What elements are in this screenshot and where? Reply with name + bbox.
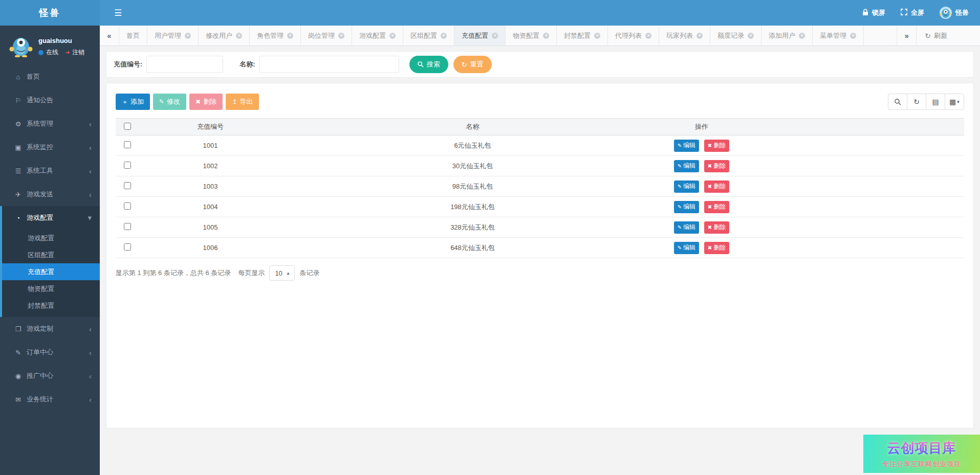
- header-operations: 操作: [663, 119, 740, 135]
- tab[interactable]: 首页: [119, 26, 147, 46]
- tab[interactable]: 封禁配置 ✕: [557, 26, 608, 46]
- row-edit-button[interactable]: ✎ 编辑: [674, 242, 699, 254]
- row-delete-button[interactable]: ✖ 删除: [704, 201, 729, 213]
- charge-id-input[interactable]: [146, 56, 223, 73]
- row-checkbox[interactable]: [124, 223, 131, 230]
- select-all-checkbox[interactable]: [124, 123, 131, 130]
- page-size-dropdown[interactable]: 10 ▴: [269, 265, 295, 281]
- tab-close-icon[interactable]: ✕: [389, 33, 396, 39]
- table-pagination-toggle-button[interactable]: ▤: [926, 94, 945, 110]
- fullscreen-icon: [901, 9, 907, 17]
- tab-close-icon[interactable]: ✕: [850, 33, 856, 39]
- table-refresh-button[interactable]: ↻: [907, 94, 926, 110]
- row-edit-button[interactable]: ✎ 编辑: [674, 160, 699, 172]
- chevron-down-icon: ▾: [88, 213, 92, 222]
- tab[interactable]: 用户管理 ✕: [147, 26, 199, 46]
- tab-close-icon[interactable]: ✕: [492, 33, 498, 39]
- reset-button[interactable]: ↻ 重置: [453, 56, 492, 73]
- sidebar-subitem-zone-config[interactable]: 区组配置: [2, 246, 100, 263]
- sidebar-item-system-monitor[interactable]: ▣ 系统监控 ‹: [0, 135, 100, 159]
- tab[interactable]: 玩家列表 ✕: [659, 26, 710, 46]
- tab[interactable]: 添加用户 ✕: [761, 26, 813, 46]
- search-button[interactable]: 搜索: [409, 56, 448, 73]
- fullscreen-button[interactable]: 全屏: [901, 8, 924, 17]
- cell-name: 6元仙玉礼包: [282, 135, 663, 156]
- tab[interactable]: 额度记录 ✕: [710, 26, 761, 46]
- tab[interactable]: 物资配置 ✕: [506, 26, 557, 46]
- row-delete-button[interactable]: ✖ 删除: [704, 140, 729, 152]
- tab-close-icon[interactable]: ✕: [338, 33, 344, 39]
- tab-close-icon[interactable]: ✕: [799, 33, 805, 39]
- row-checkbox[interactable]: [124, 202, 131, 210]
- table-row: 1004 198元仙玉礼包 ✎ 编辑 ✖ 删除: [116, 197, 964, 217]
- row-delete-button[interactable]: ✖ 删除: [704, 180, 729, 193]
- lock-screen-button[interactable]: 锁屏: [862, 8, 885, 17]
- online-status-label: 在线: [46, 48, 58, 57]
- tab-close-icon[interactable]: ✕: [543, 33, 549, 39]
- tab-close-icon[interactable]: ✕: [236, 33, 242, 39]
- table-columns-button[interactable]: ▦ ▾: [945, 94, 964, 110]
- tab-close-icon[interactable]: ✕: [594, 33, 600, 39]
- row-checkbox[interactable]: [124, 162, 131, 169]
- sidebar-item-promo-center[interactable]: ◉ 推广中心 ‹: [0, 364, 100, 388]
- topbar-user[interactable]: 怪兽: [940, 7, 969, 19]
- hamburger-icon[interactable]: ☰: [100, 8, 136, 18]
- row-delete-label: 删除: [713, 223, 726, 232]
- edit-icon: ✎: [159, 98, 164, 105]
- tab[interactable]: 区组配置 ✕: [403, 26, 454, 46]
- sidebar-item-system-tools[interactable]: ☰ 系统工具 ‹: [0, 159, 100, 183]
- table-search-toggle-button[interactable]: [888, 94, 907, 110]
- sidebar-subitem-ban-config[interactable]: 封禁配置: [2, 297, 100, 314]
- delete-button[interactable]: ✖ 删除: [189, 94, 223, 110]
- tab-close-icon[interactable]: ✕: [696, 33, 703, 39]
- export-button[interactable]: ↥ 导出: [226, 94, 259, 110]
- row-edit-button[interactable]: ✎ 编辑: [674, 140, 699, 152]
- tab-close-icon[interactable]: ✕: [287, 33, 293, 39]
- lock-icon: [862, 9, 868, 17]
- row-delete-button[interactable]: ✖ 删除: [704, 242, 729, 254]
- row-edit-label: 编辑: [683, 223, 695, 232]
- edit-button[interactable]: ✎ 修改: [153, 94, 186, 110]
- sidebar-item-notice[interactable]: ⚐ 通知公告: [0, 88, 100, 112]
- tools-icon: ☰: [13, 167, 23, 175]
- sidebar-item-game-custom[interactable]: ❒ 游戏定制 ‹: [0, 317, 100, 341]
- row-checkbox[interactable]: [124, 141, 131, 148]
- tab-close-icon[interactable]: ✕: [748, 33, 754, 39]
- tabs-scroll-forward-button[interactable]: »: [897, 26, 916, 46]
- add-button[interactable]: ＋ 添加: [116, 94, 150, 110]
- sidebar-item-business-stats[interactable]: ✉ 业务统计 ‹: [0, 388, 100, 411]
- refresh-tab-button[interactable]: ↻ 刷新: [916, 26, 955, 46]
- tab[interactable]: 代理列表 ✕: [608, 26, 659, 46]
- sidebar-item-home[interactable]: ⌂ 首页: [0, 65, 100, 88]
- row-checkbox[interactable]: [124, 182, 131, 189]
- tab[interactable]: 修改用户 ✕: [199, 26, 250, 46]
- row-delete-button[interactable]: ✖ 删除: [704, 160, 729, 172]
- tab[interactable]: 菜单管理 ✕: [813, 26, 864, 46]
- row-edit-button[interactable]: ✎ 编辑: [674, 201, 699, 213]
- row-edit-button[interactable]: ✎ 编辑: [674, 221, 699, 234]
- tabs-scroll-back-button[interactable]: «: [100, 26, 119, 46]
- cube-icon: ❒: [13, 325, 23, 333]
- sidebar-item-system-admin[interactable]: ⚙ 系统管理 ‹: [0, 112, 100, 135]
- cell-operations: ✎ 编辑 ✖ 删除: [663, 156, 740, 176]
- sidebar-subitem-supplies-config[interactable]: 物资配置: [2, 280, 100, 297]
- row-delete-button[interactable]: ✖ 删除: [704, 221, 729, 234]
- sidebar-item-game-send[interactable]: ✈ 游戏发送 ‹: [0, 183, 100, 206]
- sidebar-subitem-game-config[interactable]: 游戏配置: [2, 230, 100, 246]
- chevron-left-icon: ‹: [89, 395, 92, 404]
- name-input[interactable]: [259, 56, 399, 73]
- tab-close-icon[interactable]: ✕: [645, 33, 651, 39]
- sidebar-item-game-config[interactable]: ◔ 游戏配置 ▾: [2, 206, 100, 230]
- logout-link[interactable]: 注销: [72, 48, 84, 57]
- tab-close-icon[interactable]: ✕: [441, 33, 447, 39]
- row-checkbox[interactable]: [124, 243, 131, 251]
- lock-screen-label: 锁屏: [872, 8, 885, 17]
- tab[interactable]: 游戏配置 ✕: [352, 26, 403, 46]
- tab[interactable]: 岗位管理 ✕: [301, 26, 352, 46]
- tab[interactable]: 充值配置 ✕: [454, 26, 506, 46]
- tab-close-icon[interactable]: ✕: [185, 33, 191, 39]
- sidebar-subitem-recharge-config[interactable]: 充值配置: [2, 263, 100, 280]
- row-edit-button[interactable]: ✎ 编辑: [674, 180, 699, 193]
- tab[interactable]: 角色管理 ✕: [250, 26, 301, 46]
- sidebar-item-order-center[interactable]: ✎ 订单中心 ‹: [0, 341, 100, 364]
